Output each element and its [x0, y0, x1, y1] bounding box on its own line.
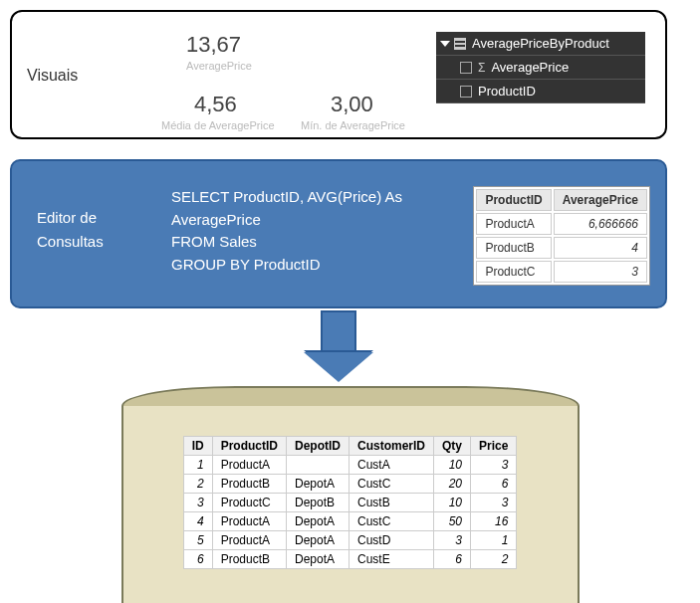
cell: CustB [349, 494, 433, 512]
table-row: 6ProductBDepotACustE62 [183, 550, 517, 569]
cell: 6 [183, 550, 212, 569]
result-header-avgprice: AveragePrice [554, 189, 647, 211]
arrow-stem [321, 310, 356, 352]
cell: CustE [349, 550, 433, 569]
checkbox-icon[interactable] [460, 86, 472, 98]
flow-arrow [10, 310, 667, 382]
cell: 3 [433, 531, 470, 550]
visuals-label: Visuais [27, 67, 78, 85]
query-result-table: ProductID AveragePrice ProductA6,666666 … [473, 186, 650, 286]
sales-h: Qty [433, 437, 470, 456]
fields-panel: AveragePriceByProduct Σ AveragePrice Pro… [436, 32, 645, 103]
metric-avgprice-value: 13,67 [186, 32, 241, 58]
fields-table-header[interactable]: AveragePriceByProduct [436, 32, 645, 56]
sales-table: ID ProductID DepotID CustomerID Qty Pric… [183, 436, 518, 569]
cell: 1 [183, 456, 212, 475]
cell [286, 456, 349, 475]
cell: 4 [183, 512, 212, 531]
database-cylinder: ID ProductID DepotID CustomerID Qty Pric… [121, 386, 580, 603]
sql-query-text: SELECT ProductID, AVG(Price) As AverageP… [171, 186, 402, 276]
sales-h: DepotID [286, 437, 349, 456]
table-row: ProductB4 [476, 237, 647, 259]
cell: 5 [183, 531, 212, 550]
arrow-head-icon [304, 352, 373, 382]
editor-label: Editor de Consultas [37, 206, 104, 254]
cell: 3 [471, 494, 517, 512]
cell: ProductA [212, 531, 286, 550]
editor-label-line1: Editor de [37, 209, 97, 226]
cell: 6 [471, 475, 517, 494]
cell: 4 [554, 237, 647, 259]
table-row: 5ProductADepotACustD31 [183, 531, 517, 550]
metric-min-label: Mín. de AveragePrice [301, 119, 405, 131]
sales-h: ProductID [212, 437, 286, 456]
cell: 6,666666 [554, 213, 647, 235]
cell: CustC [349, 512, 433, 531]
editor-label-line2: Consultas [37, 233, 104, 250]
cell: ProductB [212, 550, 286, 569]
table-row: ProductA6,666666 [476, 213, 647, 235]
cell: ProductA [212, 456, 286, 475]
cell: 3 [471, 456, 517, 475]
sales-h: CustomerID [349, 437, 433, 456]
cell: 2 [471, 550, 517, 569]
cell: 10 [433, 494, 470, 512]
cell: 16 [471, 512, 517, 531]
cell: 10 [433, 456, 470, 475]
expand-icon [440, 41, 450, 47]
cell: 3 [554, 261, 647, 283]
table-row: 4ProductADepotACustC5016 [183, 512, 517, 531]
metric-media-label: Média de AveragePrice [161, 119, 275, 131]
cell: 3 [183, 494, 212, 512]
cell: DepotA [286, 512, 349, 531]
cell: CustA [349, 456, 433, 475]
fields-row-avgprice[interactable]: Σ AveragePrice [436, 56, 645, 80]
cell: DepotB [286, 494, 349, 512]
table-row: 2ProductBDepotACustC206 [183, 475, 517, 494]
metric-min-value: 3,00 [331, 92, 373, 117]
checkbox-icon[interactable] [460, 62, 472, 74]
cell: ProductC [212, 494, 286, 512]
cell: 50 [433, 512, 470, 531]
cell: ProductA [476, 213, 551, 235]
fields-row-productid[interactable]: ProductID [436, 80, 645, 103]
cell: DepotA [286, 550, 349, 569]
field-label: ProductID [478, 84, 536, 99]
cell: ProductA [212, 512, 286, 531]
metric-avgprice-label: AveragePrice [186, 60, 252, 72]
cell: 20 [433, 475, 470, 494]
table-icon [454, 38, 466, 50]
sales-h: ID [183, 437, 212, 456]
cell: 1 [471, 531, 517, 550]
table-row: ProductC3 [476, 261, 647, 283]
sales-h: Price [471, 437, 517, 456]
cell: 6 [433, 550, 470, 569]
query-editor-panel: Editor de Consultas SELECT ProductID, AV… [10, 159, 667, 308]
cell: CustD [349, 531, 433, 550]
cell: CustC [349, 475, 433, 494]
result-header-productid: ProductID [476, 189, 551, 211]
table-row: 3ProductCDepotBCustB103 [183, 494, 517, 512]
sigma-icon: Σ [478, 61, 485, 75]
cell: 2 [183, 475, 212, 494]
cylinder-bottom [121, 583, 580, 603]
cylinder-body: ID ProductID DepotID CustomerID Qty Pric… [121, 406, 580, 585]
field-label: AveragePrice [491, 60, 569, 75]
fields-table-name: AveragePriceByProduct [472, 36, 609, 51]
cell: DepotA [286, 475, 349, 494]
cell: DepotA [286, 531, 349, 550]
cell: ProductC [476, 261, 551, 283]
cell: ProductB [476, 237, 551, 259]
table-row: 1ProductACustA103 [183, 456, 517, 475]
cell: ProductB [212, 475, 286, 494]
visuals-panel: Visuais 13,67 AveragePrice 4,56 Média de… [10, 10, 667, 139]
metric-media-value: 4,56 [194, 92, 237, 117]
